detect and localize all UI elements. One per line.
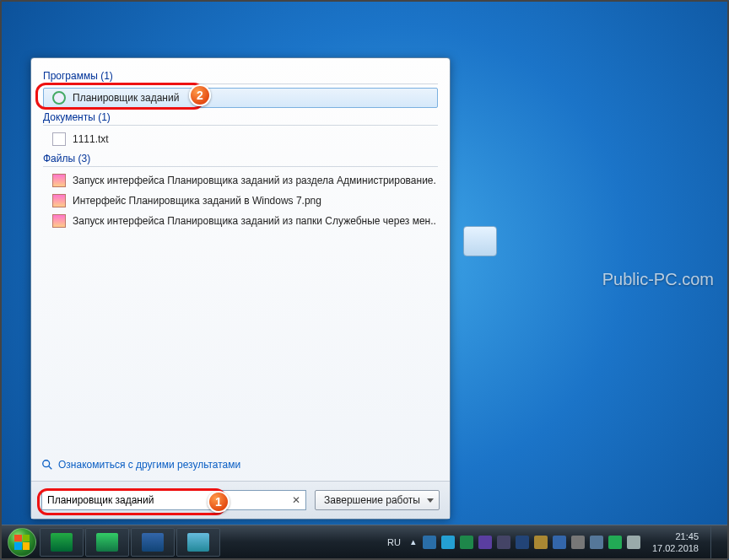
- result-document[interactable]: 1111.txt: [43, 129, 438, 149]
- shutdown-button[interactable]: Завершение работы: [315, 490, 440, 510]
- search-clear-icon[interactable]: ✕: [289, 493, 303, 507]
- divider: [43, 83, 438, 84]
- see-more-label: Ознакомиться с другими результатами: [58, 459, 240, 471]
- start-orb-icon: [8, 528, 36, 557]
- start-menu-results: Программы (1) Планировщик заданий Докуме…: [31, 58, 450, 455]
- clock-icon: [52, 91, 66, 105]
- start-menu: Программы (1) Планировщик заданий Докуме…: [30, 57, 451, 520]
- search-icon: [41, 459, 53, 471]
- tray-icon[interactable]: [590, 536, 603, 549]
- see-more-results-link[interactable]: Ознакомиться с другими результатами: [41, 459, 443, 471]
- excel-icon: [96, 533, 118, 552]
- search-box-wrap: ✕: [41, 490, 306, 510]
- tray-icon[interactable]: [516, 536, 529, 549]
- callout-badge-1: 1: [208, 491, 230, 513]
- show-desktop-button[interactable]: [710, 526, 721, 558]
- tray-icon[interactable]: [441, 536, 455, 549]
- result-label: Запуск интерфейса Планировщика заданий и…: [73, 175, 438, 186]
- search-input[interactable]: [41, 490, 306, 510]
- tray-icon[interactable]: [478, 536, 492, 549]
- callout-badge-2: 2: [189, 84, 211, 106]
- desktop-icon-glyph: [463, 226, 497, 256]
- taskmgr-icon: [51, 533, 73, 552]
- tray-icon[interactable]: [534, 536, 548, 549]
- windows-flag-icon: [14, 535, 30, 550]
- taskbar-app-word[interactable]: [131, 528, 175, 557]
- taskbar-app-explorer[interactable]: [176, 528, 220, 557]
- taskbar-clock[interactable]: 21:45 17.02.2018: [652, 530, 699, 554]
- section-documents-title: Документы (1): [43, 111, 438, 123]
- image-file-icon: [52, 214, 66, 228]
- result-file[interactable]: Интерфейс Планировщика заданий в Windows…: [43, 191, 438, 211]
- svg-line-1: [49, 466, 52, 470]
- start-menu-footer: Ознакомиться с другими результатами: [31, 455, 450, 481]
- result-file[interactable]: Запуск интерфейса Планировщика заданий и…: [43, 211, 438, 231]
- start-button[interactable]: [5, 525, 39, 559]
- divider: [43, 166, 438, 167]
- network-icon[interactable]: [608, 536, 622, 549]
- txt-file-icon: [52, 132, 66, 146]
- tray-icon[interactable]: [423, 536, 436, 549]
- tray-icons: [423, 536, 640, 549]
- shutdown-label: Завершение работы: [324, 494, 420, 506]
- tray-icon[interactable]: [460, 536, 473, 549]
- tray-icon[interactable]: [497, 536, 510, 549]
- section-files-title: Файлы (3): [43, 153, 438, 164]
- result-label: Планировщик заданий: [73, 92, 179, 104]
- clock-date: 17.02.2018: [652, 542, 699, 554]
- language-indicator[interactable]: RU: [384, 537, 404, 547]
- tray-chevron-icon[interactable]: ▴: [411, 536, 416, 547]
- system-tray: RU ▴ 21:45 17.02.2018: [381, 526, 727, 558]
- start-menu-bottom-bar: ✕ Завершение работы: [31, 481, 450, 519]
- explorer-icon: [187, 533, 209, 552]
- watermark-text: Public-PC.com: [602, 270, 714, 289]
- result-task-scheduler[interactable]: Планировщик заданий: [43, 88, 438, 108]
- word-icon: [142, 533, 164, 552]
- taskbar-app-taskmgr[interactable]: [40, 528, 84, 557]
- divider: [43, 125, 438, 126]
- svg-point-0: [43, 460, 50, 467]
- result-file[interactable]: Запуск интерфейса Планировщика заданий и…: [43, 170, 438, 191]
- result-label: 1111.txt: [73, 133, 109, 145]
- image-file-icon: [52, 174, 66, 187]
- section-programs-title: Программы (1): [43, 70, 438, 82]
- tray-icon[interactable]: [553, 536, 566, 549]
- desktop-icon[interactable]: [460, 221, 500, 261]
- flag-icon[interactable]: [571, 536, 585, 549]
- clock-time: 21:45: [652, 530, 699, 542]
- volume-icon[interactable]: [627, 536, 640, 549]
- image-file-icon: [52, 194, 66, 207]
- result-label: Запуск интерфейса Планировщика заданий и…: [73, 215, 438, 227]
- result-label: Интерфейс Планировщика заданий в Windows…: [73, 195, 321, 207]
- taskbar-app-excel[interactable]: [85, 528, 129, 557]
- taskbar: RU ▴ 21:45 17.02.2018: [2, 525, 727, 558]
